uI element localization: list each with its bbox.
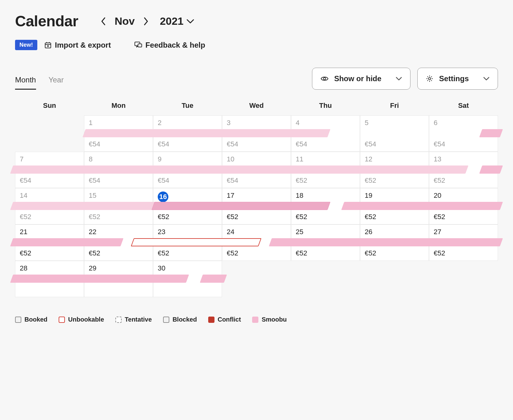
day-price: €52 — [89, 213, 148, 221]
day-cell[interactable]: 25€52 — [291, 224, 360, 261]
import-export-button[interactable]: Import & export — [44, 41, 111, 50]
legend-conflict-label: Conflict — [218, 316, 241, 323]
day-cell[interactable]: 8€54 — [84, 152, 153, 188]
week-row: 14€5215€5216€5217€5218€5219€5220€52 — [15, 188, 498, 224]
day-cell[interactable]: 10€54 — [222, 152, 291, 188]
day-cell[interactable]: 15€52 — [84, 188, 153, 224]
settings-dropdown[interactable]: Settings — [417, 68, 498, 90]
show-hide-dropdown[interactable]: Show or hide — [312, 68, 411, 90]
day-number: 2 — [158, 119, 217, 127]
day-cell[interactable]: 13€52 — [429, 152, 498, 188]
prev-month-button[interactable] — [98, 16, 109, 27]
calendar-import-icon — [44, 41, 52, 49]
page-title: Calendar — [15, 13, 78, 30]
day-number: 28 — [20, 264, 79, 272]
day-cell[interactable]: 17€52 — [222, 188, 291, 224]
dow-cell: Tue — [153, 98, 222, 115]
day-cell[interactable]: 1€54 — [84, 115, 153, 152]
day-cell[interactable]: 28 — [15, 261, 84, 297]
legend-conflict: Conflict — [208, 316, 241, 323]
day-cell[interactable]: 9€54 — [153, 152, 222, 188]
day-price: €52 — [158, 213, 217, 221]
day-price: €52 — [434, 213, 493, 221]
chevron-down-icon — [187, 19, 194, 24]
day-price: €52 — [227, 249, 286, 257]
day-cell[interactable]: 24€52 — [222, 224, 291, 261]
day-price: €52 — [89, 249, 148, 257]
month-label: Nov — [114, 15, 135, 27]
dow-cell: Wed — [222, 98, 291, 115]
next-month-button[interactable] — [140, 16, 151, 27]
day-cell[interactable]: 12€52 — [360, 152, 429, 188]
legend-smoobu-label: Smoobu — [262, 316, 287, 323]
day-cell[interactable]: 29 — [84, 261, 153, 297]
day-cell[interactable]: 30 — [153, 261, 222, 297]
day-price: €54 — [20, 176, 79, 185]
day-cell[interactable]: 22€52 — [84, 224, 153, 261]
chevron-left-icon — [101, 17, 106, 25]
controls-row: Month Year Show or hide Settings — [15, 68, 498, 90]
legend-smoobu: Smoobu — [252, 316, 287, 323]
day-cell[interactable]: 5€54 — [360, 115, 429, 152]
day-cell[interactable]: 18€52 — [291, 188, 360, 224]
day-number: 5 — [365, 119, 424, 127]
day-number: 15 — [89, 192, 148, 200]
day-cell[interactable]: 16€52 — [153, 188, 222, 224]
day-price: €52 — [20, 249, 79, 257]
new-badge: New! — [15, 40, 37, 50]
day-price: €54 — [158, 140, 217, 148]
show-hide-label: Show or hide — [334, 74, 382, 83]
tab-month[interactable]: Month — [15, 76, 36, 90]
svg-point-9 — [429, 78, 431, 80]
view-tabs: Month Year — [15, 76, 64, 90]
week-row: 282930 — [15, 261, 498, 297]
day-cell[interactable]: 4€54 — [291, 115, 360, 152]
tab-year[interactable]: Year — [49, 76, 64, 90]
day-price: €52 — [296, 213, 355, 221]
day-cell[interactable]: 6€54 — [429, 115, 498, 152]
day-cell — [291, 261, 360, 297]
year-dropdown[interactable]: 2021 — [160, 15, 194, 27]
day-number: 24 — [227, 228, 286, 236]
day-cell[interactable]: 26€52 — [360, 224, 429, 261]
day-price: €52 — [365, 176, 424, 185]
day-cell[interactable]: 21€52 — [15, 224, 84, 261]
dow-cell: Fri — [360, 98, 429, 115]
day-number: 9 — [158, 155, 217, 163]
header: Calendar Nov 2021 — [15, 13, 498, 30]
week-row: 1€542€543€544€545€546€54 — [15, 115, 498, 152]
day-number: 8 — [89, 155, 148, 163]
day-price: €52 — [296, 249, 355, 257]
svg-rect-7 — [138, 44, 142, 47]
day-cell[interactable]: 7€54 — [15, 152, 84, 188]
day-number: 19 — [365, 192, 424, 200]
day-number: 22 — [89, 228, 148, 236]
day-cell[interactable]: 14€52 — [15, 188, 84, 224]
day-price: €54 — [296, 140, 355, 148]
settings-label: Settings — [439, 74, 469, 83]
legend-unbookable: Unbookable — [59, 316, 104, 323]
day-price: €52 — [296, 176, 355, 185]
day-cell[interactable]: 23€52 — [153, 224, 222, 261]
day-cell[interactable]: 11€52 — [291, 152, 360, 188]
day-cell[interactable]: 19€52 — [360, 188, 429, 224]
view-options: Show or hide Settings — [312, 68, 498, 90]
day-price: €54 — [227, 176, 286, 185]
feedback-help-button[interactable]: Feedback & help — [134, 41, 205, 50]
eye-icon — [320, 76, 329, 82]
day-price: €52 — [365, 249, 424, 257]
chevron-right-icon — [143, 17, 148, 25]
day-cell[interactable]: 2€54 — [153, 115, 222, 152]
smoobu-swatch-icon — [252, 317, 258, 323]
legend-tentative: Tentative — [115, 316, 152, 323]
day-cell[interactable]: 27€52 — [429, 224, 498, 261]
day-cell — [360, 261, 429, 297]
day-price: €54 — [434, 140, 493, 148]
day-price: €52 — [365, 213, 424, 221]
legend: Booked Unbookable Tentative Blocked Conf… — [15, 316, 498, 323]
import-export-label: Import & export — [55, 41, 111, 50]
day-cell[interactable]: 20€52 — [429, 188, 498, 224]
feedback-help-label: Feedback & help — [145, 41, 205, 50]
day-number: 10 — [227, 155, 286, 163]
day-cell[interactable]: 3€54 — [222, 115, 291, 152]
